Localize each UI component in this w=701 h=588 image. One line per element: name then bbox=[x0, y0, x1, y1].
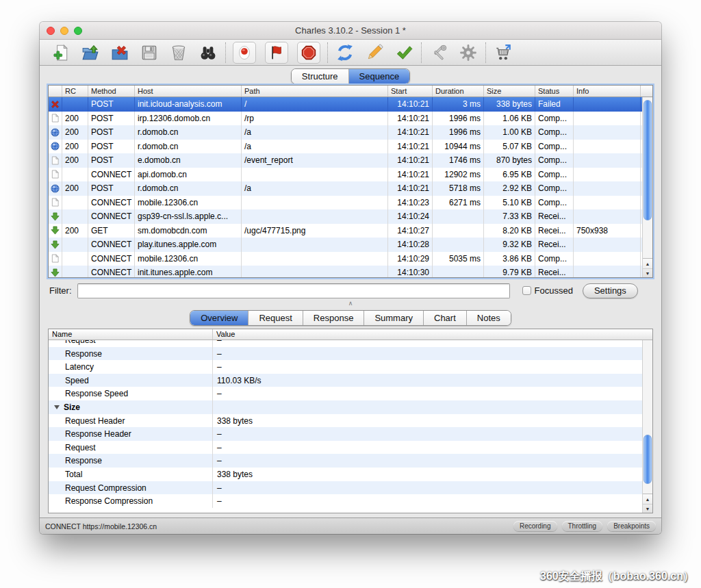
overview-row[interactable]: Request Header338 bytes bbox=[49, 414, 642, 428]
cell-start: 14:10:21 bbox=[388, 181, 433, 196]
gear-button[interactable] bbox=[458, 42, 479, 63]
scrollbar-thumb[interactable] bbox=[643, 100, 652, 220]
status-badge-throttling[interactable]: Throttling bbox=[562, 521, 603, 531]
save-button[interactable] bbox=[139, 42, 160, 63]
tab-notes[interactable]: Notes bbox=[466, 311, 511, 325]
splitter-handle[interactable]: ∧ bbox=[40, 300, 661, 308]
tab-sequence[interactable]: Sequence bbox=[348, 69, 410, 84]
table-row[interactable]: CONNECTinit.itunes.apple.com14:10:309.79… bbox=[49, 266, 642, 277]
cell-status: Recei... bbox=[535, 238, 574, 252]
cell-status: Comp... bbox=[535, 168, 574, 182]
tab-response[interactable]: Response bbox=[303, 311, 364, 325]
overview-row[interactable]: Request– bbox=[49, 340, 642, 347]
table-row[interactable]: 200POSTe.domob.cn/event_report14:10:2117… bbox=[49, 153, 642, 168]
column-header-duration[interactable]: Duration bbox=[433, 86, 484, 97]
cell-method: CONNECT bbox=[88, 196, 135, 210]
cell-rc bbox=[62, 238, 88, 252]
settings-button[interactable]: Settings bbox=[583, 283, 638, 298]
table-row[interactable]: POSTinit.icloud-analysis.com/14:10:213 m… bbox=[49, 97, 642, 112]
column-header-status-icon[interactable] bbox=[49, 86, 62, 97]
new-file-button[interactable] bbox=[51, 42, 71, 63]
overview-row[interactable]: Size bbox=[49, 400, 642, 414]
cell-path bbox=[242, 196, 388, 210]
overview-row[interactable]: Response– bbox=[49, 454, 642, 468]
table-row[interactable]: CONNECTgsp39-cn-ssl.ls.apple.c...14:10:2… bbox=[49, 209, 642, 224]
pencil-button[interactable] bbox=[364, 42, 385, 63]
cell-value: 338 bytes bbox=[213, 468, 642, 481]
flag-button[interactable] bbox=[265, 42, 288, 64]
overview-row[interactable]: Request Compression– bbox=[49, 481, 642, 495]
table-row[interactable]: CONNECTplay.itunes.apple.com14:10:289.32… bbox=[49, 238, 642, 252]
overview-row[interactable]: Total338 bytes bbox=[49, 468, 642, 481]
table-row[interactable]: CONNECTmobile.12306.cn14:10:295035 ms3.8… bbox=[49, 252, 642, 266]
overview-row[interactable]: Speed110.03 KB/s bbox=[49, 374, 642, 387]
column-header-name[interactable]: Name bbox=[49, 329, 213, 340]
column-header-path[interactable]: Path bbox=[242, 86, 388, 97]
column-header-status[interactable]: Status bbox=[535, 86, 574, 97]
overview-row[interactable]: Response– bbox=[49, 347, 642, 361]
status-badge-recording[interactable]: Recording bbox=[513, 521, 557, 531]
scroll-down-button[interactable]: ▼ bbox=[643, 504, 652, 513]
tab-overview[interactable]: Overview bbox=[190, 311, 248, 325]
table-row[interactable]: 200POSTirp.12306.domob.cn/rp14:10:211996… bbox=[49, 112, 642, 126]
trash-button[interactable] bbox=[168, 42, 189, 63]
overview-row[interactable]: Latency– bbox=[49, 360, 642, 374]
tab-request[interactable]: Request bbox=[248, 311, 302, 325]
cell-value: – bbox=[213, 387, 642, 400]
overview-scrollbar[interactable]: ▲ ▼ bbox=[642, 340, 652, 513]
scrollbar-thumb[interactable] bbox=[643, 435, 652, 484]
close-window-button[interactable] bbox=[47, 27, 55, 35]
cell-name: Response Speed bbox=[49, 387, 213, 400]
cell-value: – bbox=[213, 481, 642, 495]
disclosure-triangle-icon[interactable] bbox=[54, 405, 60, 409]
cell-rc bbox=[62, 209, 88, 224]
checkmark-button[interactable] bbox=[394, 42, 414, 63]
toolbar-group bbox=[226, 42, 327, 64]
minimize-window-button[interactable] bbox=[60, 27, 68, 35]
requests-scrollbar[interactable]: ▲ ▼ bbox=[642, 97, 652, 277]
focussed-checkbox[interactable] bbox=[522, 286, 531, 295]
tab-chart[interactable]: Chart bbox=[423, 311, 466, 325]
overview-row[interactable]: Request– bbox=[49, 441, 642, 455]
cell-name: Request bbox=[49, 441, 213, 455]
overview-row[interactable]: Response Header– bbox=[49, 427, 642, 441]
status-badge-breakpoints[interactable]: Breakpoints bbox=[607, 521, 656, 531]
wrench-button[interactable] bbox=[429, 42, 449, 63]
scroll-up-button[interactable]: ▲ bbox=[643, 259, 652, 268]
table-row[interactable]: CONNECTmobile.12306.cn14:10:236271 ms5.1… bbox=[49, 196, 642, 210]
filter-input[interactable] bbox=[77, 283, 510, 298]
refresh-button[interactable] bbox=[335, 42, 355, 63]
shopping-cart-button[interactable] bbox=[493, 42, 513, 63]
overview-row[interactable]: Response Compression– bbox=[49, 494, 642, 508]
column-header-method[interactable]: Method bbox=[88, 86, 135, 97]
scroll-down-button[interactable]: ▼ bbox=[643, 268, 652, 278]
column-header-start[interactable]: Start bbox=[388, 86, 433, 97]
cell-rc bbox=[62, 196, 88, 210]
remove-file-button[interactable] bbox=[110, 42, 130, 63]
open-folder-button[interactable] bbox=[80, 42, 101, 63]
stop-button[interactable] bbox=[297, 42, 320, 64]
overview-row[interactable]: Response Speed– bbox=[49, 387, 642, 400]
column-header-value[interactable]: Value bbox=[213, 329, 652, 340]
charles-window: Charles 3.10.2 - Session 1 * StructureSe… bbox=[40, 22, 661, 534]
zoom-window-button[interactable] bbox=[74, 27, 82, 35]
record-button[interactable] bbox=[233, 42, 256, 64]
table-row[interactable]: CONNECTapi.domob.cn14:10:2112902 ms6.95 … bbox=[49, 168, 642, 182]
tab-structure[interactable]: Structure bbox=[292, 69, 348, 84]
table-row[interactable]: 200GETsm.domobcdn.com/ugc/477715.png14:1… bbox=[49, 224, 642, 238]
column-header-rc[interactable]: RC bbox=[62, 86, 88, 97]
cell-start: 14:10:24 bbox=[388, 209, 433, 224]
table-row[interactable]: 200POSTr.domob.cn/a14:10:215718 ms2.92 K… bbox=[49, 181, 642, 196]
cell-duration bbox=[433, 238, 484, 252]
binoculars-button[interactable] bbox=[198, 42, 218, 63]
flag-icon bbox=[268, 44, 285, 61]
tab-summary[interactable]: Summary bbox=[364, 311, 423, 325]
column-header-size[interactable]: Size bbox=[484, 86, 535, 97]
table-row[interactable]: 200POSTr.domob.cn/a14:10:211996 ms1.00 K… bbox=[49, 125, 642, 140]
table-row[interactable]: 200POSTr.domob.cn/a14:10:2110944 ms5.07 … bbox=[49, 140, 642, 154]
column-header-host[interactable]: Host bbox=[135, 86, 242, 97]
cell-path: /a bbox=[242, 181, 388, 196]
scroll-up-button[interactable]: ▲ bbox=[643, 494, 652, 504]
cell-host: r.domob.cn bbox=[135, 181, 242, 196]
column-header-info[interactable]: Info bbox=[574, 86, 641, 97]
